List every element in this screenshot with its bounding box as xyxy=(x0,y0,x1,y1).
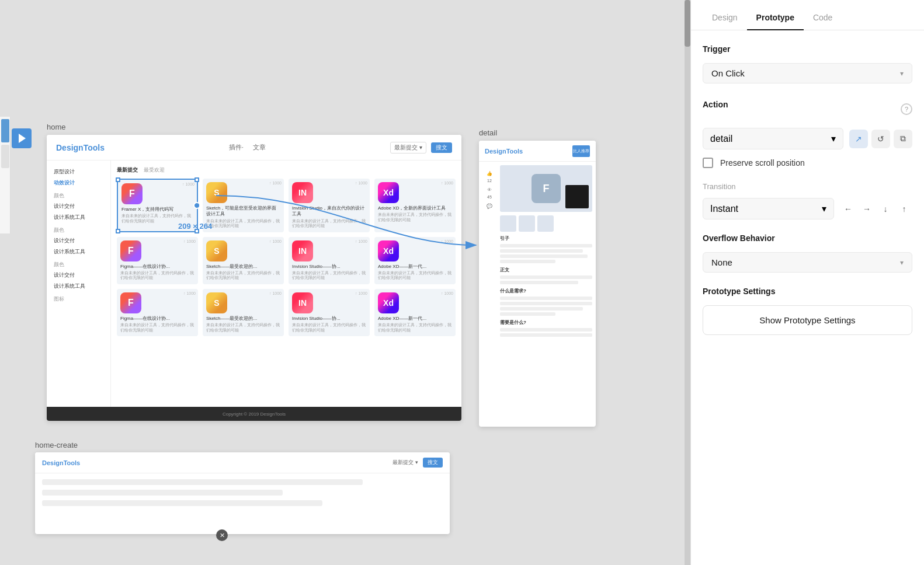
card-count: ↑ 1000 xyxy=(183,291,196,295)
detail-thumb xyxy=(500,215,516,232)
preserve-scroll-checkbox[interactable] xyxy=(703,158,713,168)
detail-section-title4: 需要是什么? xyxy=(500,319,592,326)
sidebar-item-active[interactable]: 动效设计 xyxy=(51,177,106,189)
sidebar-item[interactable]: 设计交付 xyxy=(51,235,106,246)
home-create-frame-wrapper: DesignTools 最新提交 ▾ 搜文 ✕ xyxy=(35,452,450,534)
home-create-frame: DesignTools 最新提交 ▾ 搜文 xyxy=(35,452,450,534)
card-icon-invision: IN xyxy=(292,182,313,203)
handle-tr[interactable] xyxy=(194,177,199,182)
dir-up[interactable]: ↑ xyxy=(896,201,912,217)
action-destination-dropdown[interactable]: detail ▾ xyxy=(703,128,843,149)
create-text-line xyxy=(42,500,322,506)
dir-down[interactable]: ↓ xyxy=(877,201,894,217)
sidebar-item[interactable]: 原型设计 xyxy=(51,166,106,177)
sidebar-item[interactable]: 设计系统工具 xyxy=(51,212,106,223)
grid-card[interactable]: IN Invision Studio——协... 来自未来的设计工具，支持代码操… xyxy=(289,289,370,336)
close-button[interactable]: ✕ xyxy=(216,529,228,541)
card-count: ↑ 1000 xyxy=(441,291,453,295)
text-line xyxy=(500,312,555,316)
dir-right[interactable]: → xyxy=(859,201,875,217)
grid-card[interactable]: Xd Adobe XD，全新的界面设计工具 来自未来的设计工具，支持代码操作，我… xyxy=(374,179,456,232)
home-frame: DesignTools 插件· 文章 最新提交 ▾ 搜文 原型设计 xyxy=(47,135,461,421)
card-title: Adobe XD——新一代... xyxy=(378,264,452,270)
frame-body: 原型设计 动效设计 颜色 设计交付 设计系统工具 颜色 设计交付 设计系统工具 … xyxy=(47,161,461,421)
home-create-badge: 搜文 xyxy=(423,458,443,468)
home-create-select: 最新提交 ▾ xyxy=(392,459,418,466)
show-prototype-settings-button[interactable]: Show Prototype Settings xyxy=(703,305,912,335)
sidebar-item[interactable]: 设计交付 xyxy=(51,270,106,281)
sidebar-item[interactable]: 设计交付 xyxy=(51,201,106,212)
text-line xyxy=(500,328,592,332)
overflow-value: None xyxy=(711,257,732,267)
grid-card[interactable]: S Sketch——最受欢迎的... 来自未来的设计工具，支持代码操作，我们给你… xyxy=(203,237,284,284)
instant-dropdown[interactable]: Instant ▾ xyxy=(703,198,834,219)
vertical-scrollbar[interactable] xyxy=(685,0,690,565)
text-line xyxy=(500,249,583,253)
handle-bl[interactable] xyxy=(116,229,120,233)
text-line xyxy=(500,333,592,337)
frame-sidebar: 原型设计 动效设计 颜色 设计交付 设计系统工具 颜色 设计交付 设计系统工具 … xyxy=(47,161,111,421)
frame-logo: DesignTools xyxy=(56,143,105,152)
card-desc: 来自未来的设计工具，支持代码操作，我们给你无限的可能 xyxy=(292,219,366,229)
detail-text-section: 引子 正文 什么是需求? xyxy=(500,235,592,337)
action-title: Action xyxy=(703,100,728,109)
scrollbar-thumb[interactable] xyxy=(685,0,690,47)
grid-card[interactable]: S Sketch——最受欢迎的... 来自未来的设计工具，支持代码操作，我们给你… xyxy=(203,289,284,336)
tab-code[interactable]: Code xyxy=(804,6,842,30)
text-line xyxy=(500,307,583,311)
detail-header-actions: 比人推荐 xyxy=(572,145,590,157)
trigger-dropdown[interactable]: On Click ▾ xyxy=(703,63,912,83)
destination-label: detail xyxy=(710,134,732,144)
dir-left[interactable]: ← xyxy=(840,201,856,217)
card-title: Adobe XD——新一代... xyxy=(378,316,452,322)
sidebar-item[interactable]: 设计系统工具 xyxy=(51,281,106,292)
text-line xyxy=(500,244,592,247)
card-desc: 来自未来的设计工具，支持代码操作，我们给你无限的可能 xyxy=(378,212,452,222)
detail-frame-label: detail xyxy=(479,128,596,137)
grid-card[interactable]: IN Invision Studio，来自次代你的设计工具 来自未来的设计工具，… xyxy=(289,179,370,232)
card-icon-invision: IN xyxy=(292,292,313,313)
detail-thumb-row xyxy=(500,215,592,232)
grid-card[interactable]: F Figma——在线设计协... 来自未来的设计工具，支持代码操作，我们给你无… xyxy=(117,237,198,284)
card-title: Adobe XD，全新的界面设计工具 xyxy=(378,205,452,211)
sidebar-strip-btn[interactable] xyxy=(1,119,9,142)
sidebar-category: 颜色 xyxy=(51,225,106,235)
panel-content: Trigger On Click ▾ Action ? detail ▾ ↗ ↺ xyxy=(691,30,924,565)
card-icon-xd: Xd xyxy=(378,182,399,203)
sidebar-strip-btn[interactable] xyxy=(1,145,9,168)
tab-prototype[interactable]: Prototype xyxy=(747,6,804,30)
sidebar-category: 颜色 xyxy=(51,260,106,270)
create-text-line xyxy=(42,490,283,496)
tab-design[interactable]: Design xyxy=(703,6,747,30)
action-icon-link[interactable]: ↗ xyxy=(849,130,868,148)
grid-card[interactable]: F Figma——在线设计协... 来自未来的设计工具，支持代码操作，我们给你无… xyxy=(117,289,198,336)
action-row: detail ▾ ↗ ↺ ⧉ xyxy=(703,128,912,149)
action-icon-refresh[interactable]: ↺ xyxy=(871,130,890,148)
card-count: ↑ 1000 xyxy=(269,181,282,185)
preserve-scroll-row: Preserve scroll position xyxy=(703,158,912,168)
card-icon-figma: F xyxy=(120,240,141,261)
card-title: Invision Studio——协... xyxy=(292,316,366,322)
grid-card[interactable]: Xd Adobe XD——新一代... 来自未来的设计工具，支持代码操作，我们给… xyxy=(374,237,456,284)
grid-section-label-popular: 最受欢迎 xyxy=(144,166,165,174)
home-create-actions: 最新提交 ▾ 搜文 xyxy=(392,458,443,468)
overflow-dropdown[interactable]: None ▾ xyxy=(703,252,912,273)
comment-icon: 💬 xyxy=(487,204,492,209)
sidebar-item[interactable]: 设计系统工具 xyxy=(51,246,106,257)
action-section: Action ? detail ▾ ↗ ↺ ⧉ Preserve scroll … xyxy=(703,100,912,168)
grid-card[interactable]: Xd Adobe XD——新一代... 来自未来的设计工具，支持代码操作，我们给… xyxy=(374,289,456,336)
action-icon-group: ↗ ↺ ⧉ xyxy=(849,130,912,148)
handle-tl[interactable] xyxy=(116,177,120,182)
connection-dot[interactable] xyxy=(193,202,200,209)
play-button[interactable] xyxy=(12,128,32,148)
action-info-icon[interactable]: ? xyxy=(901,103,912,115)
card-count: ↑ 1000 xyxy=(182,182,194,186)
grid-card[interactable]: S Sketch，可能是您至受欢迎的界面设计工具 来自未来的设计工具，支持代码操… xyxy=(203,179,284,232)
home-create-body xyxy=(35,473,450,512)
detail-body: 👍 12 👁 45 💬 F xyxy=(479,162,596,342)
grid-card[interactable]: IN Invision Studio——协... 来自未来的设计工具，支持代码操… xyxy=(289,237,370,284)
home-create-header: DesignTools 最新提交 ▾ 搜文 xyxy=(35,452,450,473)
instant-chevron: ▾ xyxy=(822,203,826,214)
canvas-area: home DesignTools 插件· 文章 最新提交 ▾ 搜文 xyxy=(0,0,690,565)
action-icon-duplicate[interactable]: ⧉ xyxy=(894,130,912,148)
